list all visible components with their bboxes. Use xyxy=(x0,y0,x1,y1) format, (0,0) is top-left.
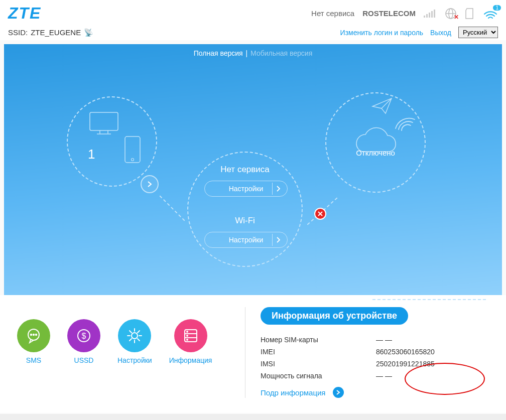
dash-connector xyxy=(160,196,185,221)
svg-point-13 xyxy=(132,159,134,161)
devices-count: 1 xyxy=(88,147,95,162)
monitor-icon xyxy=(89,111,119,135)
phone-icon xyxy=(124,135,141,164)
svg-point-17 xyxy=(36,334,37,335)
ussd-label: USSD xyxy=(74,356,94,364)
wifi-icon: 1 xyxy=(483,8,498,19)
svg-rect-12 xyxy=(125,136,140,163)
wifi-arc-icon xyxy=(393,113,418,133)
satellite-icon: 📡 xyxy=(84,28,93,37)
svg-point-16 xyxy=(33,334,34,335)
service-settings-button[interactable]: Настройки xyxy=(204,181,288,197)
internet-circle[interactable]: Отключено xyxy=(325,92,426,193)
annotation-ellipse xyxy=(405,363,485,395)
settings-label: Настройки xyxy=(117,356,152,364)
svg-point-34 xyxy=(187,339,188,340)
more-info-button[interactable] xyxy=(333,387,344,398)
svg-line-28 xyxy=(130,339,132,341)
operator-name: ROSTELECOM xyxy=(362,9,416,18)
svg-rect-3 xyxy=(431,11,433,18)
info-app[interactable]: Информация xyxy=(169,319,212,398)
logout-link[interactable]: Выход xyxy=(430,29,451,37)
svg-rect-4 xyxy=(434,10,435,18)
info-label: Информация xyxy=(169,356,212,364)
mobile-version-link[interactable]: Мобильная версия xyxy=(250,49,312,57)
ssid-label: SSID:ZTE_EUGENE 📡 xyxy=(8,28,93,37)
svg-point-32 xyxy=(187,331,188,332)
globe-icon: ✕ xyxy=(445,8,457,20)
wifi-label: Wi-Fi xyxy=(188,216,302,226)
svg-point-33 xyxy=(187,335,188,336)
svg-point-15 xyxy=(31,334,32,335)
wifi-badge: 1 xyxy=(493,5,501,11)
gear-icon xyxy=(118,319,151,352)
ussd-icon: $ xyxy=(67,319,100,352)
error-icon xyxy=(314,208,326,220)
footer-bar xyxy=(0,414,506,420)
internet-status: Отключено xyxy=(326,149,425,157)
sms-icon xyxy=(17,319,50,352)
svg-rect-0 xyxy=(424,16,425,18)
paper-plane-icon xyxy=(371,97,394,115)
service-label: Нет сервиса xyxy=(188,165,302,175)
svg-line-25 xyxy=(130,331,132,333)
chevron-right-icon xyxy=(272,234,284,246)
svg-rect-8 xyxy=(90,112,118,130)
settings-app[interactable]: Настройки xyxy=(117,319,152,398)
svg-rect-2 xyxy=(429,13,430,18)
app-shortcuts: SMS $ USSD Настройки Информация xyxy=(9,307,245,398)
wifi-settings-button[interactable]: Настройки xyxy=(204,232,288,248)
devices-circle[interactable]: 1 xyxy=(67,96,157,187)
ussd-app[interactable]: $ USSD xyxy=(67,319,100,398)
device-info-title: Информация об устройстве xyxy=(261,307,408,325)
header: ZTE Нет сервиса ROSTELECOM ✕ 1 SSID:ZTE_… xyxy=(0,0,506,40)
service-status-text: Нет сервиса xyxy=(311,9,354,18)
divider xyxy=(372,299,486,300)
svg-text:$: $ xyxy=(82,332,86,340)
info-row: IMEI860253060165820 xyxy=(261,346,497,358)
center-circle: Нет сервиса Настройки Wi-Fi Настройки xyxy=(187,152,303,267)
status-bar: Нет сервиса ROSTELECOM ✕ 1 xyxy=(311,8,498,20)
sms-label: SMS xyxy=(26,356,41,364)
sim-icon xyxy=(465,8,475,20)
server-icon xyxy=(174,319,207,352)
svg-line-27 xyxy=(138,331,140,333)
svg-point-20 xyxy=(132,333,138,339)
svg-line-26 xyxy=(138,339,140,341)
sms-app[interactable]: SMS xyxy=(17,319,50,398)
arrow-button[interactable] xyxy=(141,175,159,193)
change-login-link[interactable]: Изменить логин и пароль xyxy=(340,29,424,37)
hero-panel: Полная версия | Мобильная версия 1 Нет с… xyxy=(4,44,502,295)
bottom-section: SMS $ USSD Настройки Информация Информац… xyxy=(0,295,506,413)
chevron-right-icon xyxy=(272,183,284,195)
full-version-link[interactable]: Полная версия xyxy=(194,49,243,57)
device-info-panel: Информация об устройстве Номер SIM-карты… xyxy=(245,307,497,398)
version-bar: Полная версия | Мобильная версия xyxy=(4,44,502,62)
more-info-link[interactable]: Подр информация xyxy=(261,388,326,397)
language-select[interactable]: Русский xyxy=(458,27,498,38)
signal-icon xyxy=(424,9,437,19)
info-row: Номер SIM-карты— — xyxy=(261,334,497,346)
logo: ZTE xyxy=(8,4,41,23)
svg-rect-1 xyxy=(426,14,428,18)
